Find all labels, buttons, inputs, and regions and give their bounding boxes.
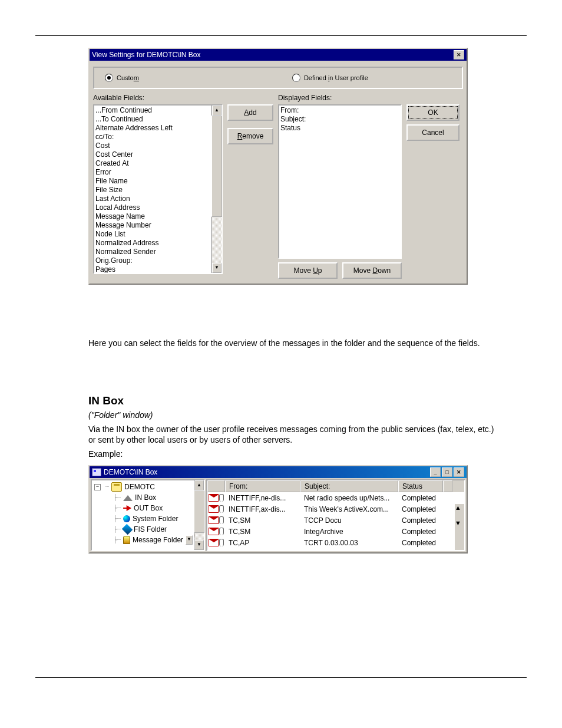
list-item[interactable]: File Size [95, 186, 210, 195]
list-item[interactable]: Node List [95, 230, 210, 239]
table-row[interactable]: INETTIFF,ax-dis...This Week's ActiveX.co… [207, 503, 464, 515]
scrollbar[interactable]: ▲ ▼ [455, 504, 464, 550]
collapse-icon[interactable] [94, 484, 101, 490]
radio-custom[interactable]: Custom [105, 74, 139, 82]
envelope-icon [209, 505, 219, 513]
cell-status: Completed [398, 516, 443, 525]
scrollbar[interactable]: ▲ ▼ [211, 106, 222, 273]
window-title: DEMOTC\IN Box [104, 468, 157, 476]
cell-subject: Net radio speeds up/Nets... [300, 494, 398, 502]
scroll-down-icon[interactable]: ▼ [194, 540, 204, 550]
radio-defined-in-profile[interactable]: Defined in User profile [292, 74, 368, 82]
chevron-down-icon[interactable]: ▼ [186, 535, 193, 545]
list-item[interactable]: Alternate Addresses Left [95, 124, 210, 133]
radio-dot-icon [292, 74, 300, 82]
paperclip-icon [219, 505, 224, 513]
cell-from: INETTIFF,ax-dis... [225, 505, 300, 513]
cell-from: TC,SM [225, 516, 300, 525]
server-icon [111, 482, 122, 492]
view-settings-dialog: View Settings for DEMOTC\IN Box ✕ Custom… [88, 48, 468, 285]
section-subheading: ("Folder" window) [88, 410, 503, 420]
scrollbar[interactable]: ▲ ▼ [194, 480, 204, 550]
cell-from: INETTIFF,ne-dis... [225, 494, 300, 502]
tree-item[interactable]: ├┈FIS Folder [93, 524, 193, 535]
header-subject[interactable]: Subject: [300, 480, 398, 492]
displayed-fields-listbox[interactable]: From:Subject:Status [278, 104, 402, 259]
header-status[interactable]: Status [398, 480, 443, 492]
folder-tree[interactable]: ┈DEMOTC├┈IN Box├┈OUT Box├┈System Folder├… [91, 479, 205, 551]
list-item[interactable]: Orig.Group: [95, 256, 210, 265]
body-copy: Here you can select the fields for the o… [88, 338, 503, 459]
paperclip-icon [219, 516, 224, 524]
add-button[interactable]: Add [227, 104, 273, 121]
list-item[interactable]: Pages [95, 265, 210, 273]
scroll-up-icon[interactable]: ▲ [212, 106, 222, 116]
folder-icon [123, 515, 130, 522]
cell-from: TC,SM [225, 528, 300, 536]
paragraph: Here you can select the fields for the o… [88, 338, 503, 348]
list-item[interactable]: Message Number [95, 221, 210, 230]
move-down-button[interactable]: Move Down [342, 262, 402, 279]
displayed-fields-label: Displayed Fields: [278, 94, 402, 102]
list-item[interactable]: From: [280, 106, 399, 115]
list-item[interactable]: Message Name [95, 212, 210, 221]
cell-status: Completed [398, 505, 443, 513]
cell-subject: IntegArchive [300, 528, 398, 536]
list-item[interactable]: File Name [95, 177, 210, 186]
scroll-up-icon[interactable]: ▲ [455, 504, 464, 511]
remove-button[interactable]: Remove [227, 128, 273, 144]
list-item[interactable]: Local Address [95, 203, 210, 212]
app-icon [92, 468, 101, 476]
cell-subject: TCRT 0.03.00.03 [300, 539, 398, 547]
cell-subject: This Week's ActiveX.com... [300, 505, 398, 513]
cancel-button[interactable]: Cancel [406, 124, 459, 141]
list-item[interactable]: Last Action [95, 195, 210, 203]
list-item[interactable]: Status [280, 124, 399, 133]
ok-button[interactable]: OK [406, 104, 459, 121]
list-item[interactable]: cc/To: [95, 133, 210, 141]
move-up-button[interactable]: Move Up [278, 262, 338, 279]
list-item[interactable]: Normalized Address [95, 239, 210, 248]
folder-icon [122, 524, 133, 535]
available-fields-listbox[interactable]: ...From Continued...To ContinuedAlternat… [93, 104, 223, 274]
table-row[interactable]: TC,SMIntegArchiveCompleted [207, 526, 464, 537]
example-label: Example: [88, 449, 503, 459]
scroll-down-icon[interactable]: ▼ [212, 263, 222, 273]
section-heading: IN Box [88, 396, 503, 406]
list-item[interactable]: Subject: [280, 115, 399, 124]
tree-item[interactable]: ├┈System Folder [93, 513, 193, 524]
dialog-title: View Settings for DEMOTC\IN Box [92, 51, 201, 59]
close-icon[interactable]: ✕ [454, 467, 464, 477]
scroll-up-icon[interactable]: ▲ [194, 480, 204, 490]
available-fields-label: Available Fields: [93, 94, 223, 102]
dialog-titlebar: View Settings for DEMOTC\IN Box ✕ [90, 49, 467, 61]
tree-root[interactable]: ┈DEMOTC [93, 482, 193, 492]
minimize-icon[interactable]: _ [430, 467, 441, 477]
tree-item[interactable]: ├┈Message Folder▼ [93, 535, 193, 545]
source-radio-group: Custom Defined in User profile [93, 67, 463, 89]
envelope-icon [209, 516, 219, 524]
list-item[interactable]: ...From Continued [95, 106, 210, 115]
maximize-icon[interactable]: □ [442, 467, 452, 477]
close-icon[interactable]: ✕ [454, 50, 464, 60]
header-icon-col[interactable] [207, 480, 225, 492]
table-row[interactable]: TC,SMTCCP DocuCompleted [207, 515, 464, 526]
cell-status: Completed [398, 539, 443, 547]
cell-status: Completed [398, 494, 443, 502]
list-item[interactable]: ...To Continued [95, 115, 210, 124]
list-item[interactable]: Cost Center [95, 150, 210, 159]
list-item[interactable]: Cost [95, 141, 210, 150]
list-item[interactable]: Normalized Sender [95, 248, 210, 256]
table-row[interactable]: INETTIFF,ne-dis...Net radio speeds up/Ne… [207, 492, 464, 503]
table-row[interactable]: TC,APTCRT 0.03.00.03Completed [207, 537, 464, 548]
list-item[interactable]: Error [95, 168, 210, 177]
tree-item[interactable]: ├┈IN Box [93, 492, 193, 503]
list-item[interactable]: Created At [95, 159, 210, 168]
header-from[interactable]: From: [225, 480, 300, 492]
folder-icon [123, 505, 131, 511]
scroll-down-icon[interactable]: ▼ [455, 519, 464, 526]
envelope-icon [209, 528, 219, 535]
window-titlebar: DEMOTC\IN Box _ □ ✕ [90, 466, 467, 478]
paragraph: Via the IN box the owner of the user pro… [88, 424, 503, 445]
tree-item[interactable]: ├┈OUT Box [93, 503, 193, 513]
